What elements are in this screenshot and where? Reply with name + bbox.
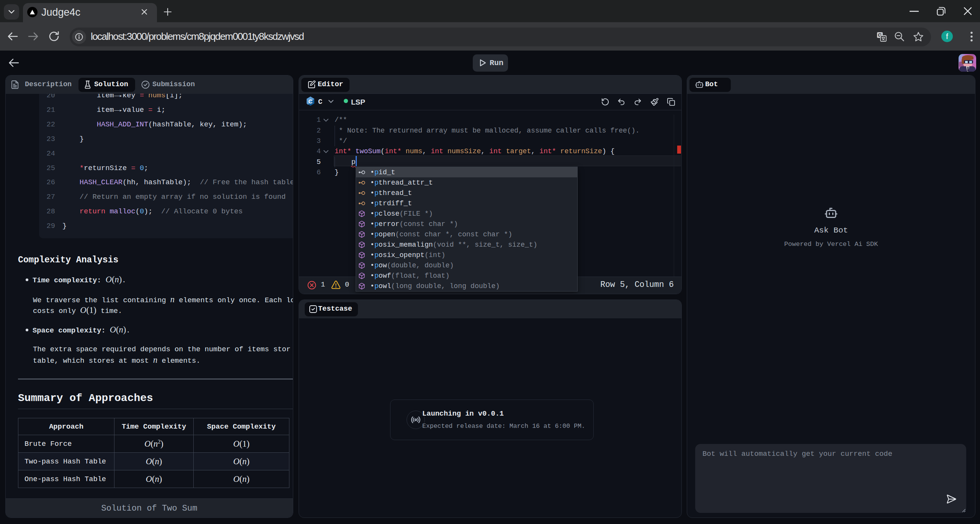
svg-text:C: C — [309, 98, 313, 105]
